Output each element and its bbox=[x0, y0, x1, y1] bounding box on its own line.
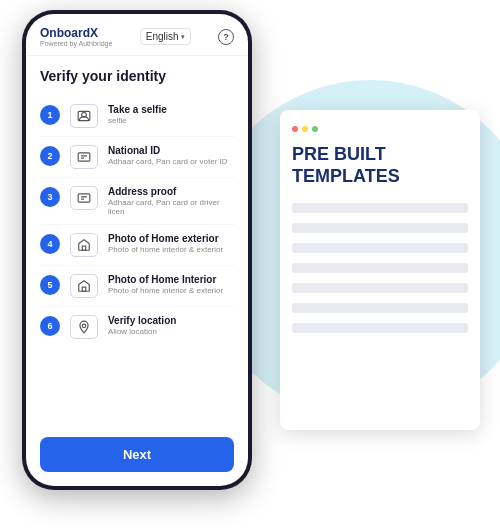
step-number: 2 bbox=[40, 146, 60, 166]
help-icon[interactable]: ? bbox=[218, 29, 234, 45]
template-line-2 bbox=[292, 223, 468, 233]
template-line-3 bbox=[292, 243, 468, 253]
template-line-6 bbox=[292, 303, 468, 313]
template-card-title: PRE BUILT TEMPLATES bbox=[292, 144, 468, 187]
phone-header: OnboardX Powered by Authbridge English ▾… bbox=[26, 14, 248, 56]
step-title: Verify location bbox=[108, 315, 234, 326]
step-number: 3 bbox=[40, 187, 60, 207]
template-line-1 bbox=[292, 203, 468, 213]
list-item: 2 National ID Adhaar card, Pan card or v… bbox=[40, 137, 234, 178]
page-title: Verify your identity bbox=[26, 56, 248, 92]
id-card-icon bbox=[70, 145, 98, 169]
powered-by: Powered by Authbridge bbox=[40, 40, 112, 47]
dot-yellow bbox=[302, 126, 308, 132]
window-controls bbox=[292, 126, 468, 132]
template-card: PRE BUILT TEMPLATES bbox=[280, 110, 480, 430]
id-card-icon bbox=[70, 186, 98, 210]
step-title: Photo of Home Interior bbox=[108, 274, 234, 285]
dot-green bbox=[312, 126, 318, 132]
location-icon bbox=[70, 315, 98, 339]
step-subtitle: Photo of home interior & exterior bbox=[108, 245, 234, 254]
chevron-down-icon: ▾ bbox=[181, 33, 185, 41]
step-title: Take a selfie bbox=[108, 104, 234, 115]
svg-rect-5 bbox=[78, 194, 90, 202]
step-number: 5 bbox=[40, 275, 60, 295]
step-title: Address proof bbox=[108, 186, 234, 197]
list-item: 3 Address proof Adhaar card, Pan card or… bbox=[40, 178, 234, 225]
template-line-7 bbox=[292, 323, 468, 333]
steps-list: 1 Take a selfie selfie 2 National ID Adh… bbox=[26, 92, 248, 427]
dot-red bbox=[292, 126, 298, 132]
language-label: English bbox=[146, 31, 179, 42]
home-icon bbox=[70, 274, 98, 298]
svg-rect-8 bbox=[82, 246, 86, 250]
step-title: Photo of Home exterior bbox=[108, 233, 234, 244]
language-selector[interactable]: English ▾ bbox=[140, 28, 191, 45]
step-number: 6 bbox=[40, 316, 60, 336]
step-number: 1 bbox=[40, 105, 60, 125]
list-item: 5 Photo of Home Interior Photo of home i… bbox=[40, 266, 234, 307]
phone-mockup: OnboardX Powered by Authbridge English ▾… bbox=[22, 10, 252, 490]
list-item: 1 Take a selfie selfie bbox=[40, 96, 234, 137]
template-line-5 bbox=[292, 283, 468, 293]
svg-point-10 bbox=[82, 324, 86, 328]
step-subtitle: Allow location bbox=[108, 327, 234, 336]
brand-name: OnboardX bbox=[40, 26, 112, 40]
next-btn-area: Next bbox=[26, 427, 248, 486]
template-line-4 bbox=[292, 263, 468, 273]
step-title: National ID bbox=[108, 145, 234, 156]
list-item: 6 Verify location Allow location bbox=[40, 307, 234, 347]
phone-screen: OnboardX Powered by Authbridge English ▾… bbox=[26, 14, 248, 486]
step-subtitle: Photo of home interior & exterior bbox=[108, 286, 234, 295]
step-subtitle: selfie bbox=[108, 116, 234, 125]
list-item: 4 Photo of Home exterior Photo of home i… bbox=[40, 225, 234, 266]
svg-rect-2 bbox=[78, 153, 90, 161]
svg-rect-9 bbox=[82, 287, 86, 291]
brand-section: OnboardX Powered by Authbridge bbox=[40, 26, 112, 47]
selfie-icon bbox=[70, 104, 98, 128]
step-subtitle: Adhaar card, Pan card or voter ID bbox=[108, 157, 234, 166]
next-button[interactable]: Next bbox=[40, 437, 234, 472]
home-icon bbox=[70, 233, 98, 257]
step-number: 4 bbox=[40, 234, 60, 254]
step-subtitle: Adhaar card, Pan card or driver licen bbox=[108, 198, 234, 216]
